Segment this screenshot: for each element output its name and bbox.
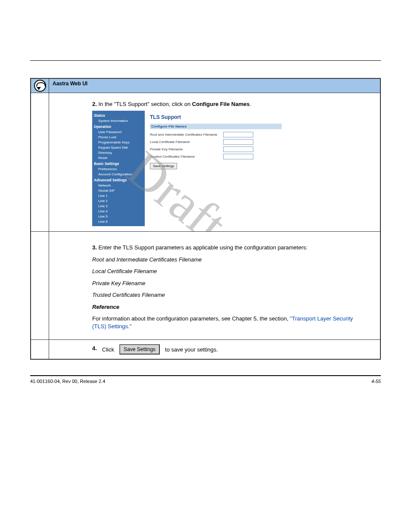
top-rule (30, 60, 381, 61)
step3-text: Enter the TLS Support parameters as appl… (98, 244, 307, 251)
param-local-cert: Local Certificate Filename (92, 268, 157, 274)
step3-number: 3. (92, 244, 97, 251)
nav-line1[interactable]: Line 1 (92, 193, 145, 199)
nav-status[interactable]: Status (92, 112, 145, 118)
input-private-key[interactable] (223, 146, 253, 152)
footer-right: 4-55 (371, 379, 381, 384)
tls-screenshot: Status System Information Operation User… (92, 111, 287, 226)
nav-advanced-settings[interactable]: Advanced Settings (92, 177, 145, 183)
nav-preferences[interactable]: Preferences (92, 167, 145, 172)
step2-tail: . (249, 101, 251, 107)
panel-title: TLS Support (150, 114, 282, 120)
input-root-cert[interactable] (223, 132, 253, 137)
page-footer: 41-001160-04, Rev 00, Release 2.4 4-55 (30, 376, 381, 384)
nav-system-info[interactable]: System Information (92, 118, 145, 124)
save-settings-mini-button[interactable]: Save Settings (150, 163, 177, 169)
nav-global-sip[interactable]: Global SIP (92, 188, 145, 193)
step4-pre: Click (102, 346, 114, 353)
step4-number: 4. (92, 345, 97, 352)
left-gutter (31, 93, 49, 231)
param-root-cert: Root and Intermediate Certificates Filen… (92, 256, 202, 263)
nav-reset[interactable]: Reset (92, 156, 145, 161)
input-local-cert[interactable] (223, 139, 253, 145)
web-ui-icon-cell (31, 79, 49, 93)
label-root-cert: Root and Intermediate Certificates Filen… (150, 133, 223, 137)
step4-cell: 4. Click Save Settings to save your sett… (49, 340, 380, 359)
label-local-cert: Local Certificate Filename (150, 140, 223, 144)
step3-cell: 3. Enter the TLS Support parameters as a… (49, 232, 380, 339)
nav-directory[interactable]: Directory (92, 150, 145, 156)
param-trusted-cert: Trusted Certificates Filename (92, 292, 165, 298)
nav-line3[interactable]: Line 3 (92, 204, 145, 209)
step4-post: to save your settings. (165, 346, 218, 353)
footer-left: 41-001160-04, Rev 00, Release 2.4 (30, 379, 105, 384)
step2-text: In the "TLS Support" section, click on (98, 101, 190, 107)
nav-network[interactable]: Network (92, 183, 145, 188)
reference-text: For information about the configuration … (92, 315, 290, 322)
left-gutter-3 (31, 232, 49, 339)
step2-cell: 2. In the "TLS Support" section, click o… (49, 93, 380, 231)
param-private-key: Private Key Filename (92, 280, 146, 286)
instruction-table: Aastra Web UI 2. In the "TLS Support" se… (30, 78, 381, 360)
nav-sidebar: Status System Information Operation User… (92, 111, 145, 226)
label-trusted-cert: Trusted Certificates Filename (150, 155, 223, 159)
nav-line4[interactable]: Line 4 (92, 209, 145, 214)
save-settings-button[interactable]: Save Settings (119, 344, 160, 355)
nav-user-password[interactable]: User Password (92, 130, 145, 135)
nav-line5[interactable]: Line 5 (92, 214, 145, 219)
nav-account-config[interactable]: Account Configuration (92, 172, 145, 177)
left-gutter-4 (31, 340, 49, 359)
reference-label: Reference (92, 304, 119, 310)
input-trusted-cert[interactable] (223, 154, 253, 159)
nav-basic-settings[interactable]: Basic Settings (92, 161, 145, 167)
step2-number: 2. (92, 101, 97, 107)
section-bar: Configure File Names (150, 124, 282, 129)
nav-programmable-keys[interactable]: Programmable Keys (92, 140, 145, 145)
table-header: Aastra Web UI (49, 79, 380, 93)
label-private-key: Private Key Filename (150, 147, 223, 151)
nav-phone-lock[interactable]: Phone Lock (92, 135, 145, 140)
nav-line6[interactable]: Line 6 (92, 219, 145, 224)
nav-line2[interactable]: Line 2 (92, 199, 145, 204)
nav-operation[interactable]: Operation (92, 124, 145, 130)
nav-keypad-speed-dial[interactable]: Keypad Speed Dial (92, 145, 145, 150)
globe-icon (34, 80, 46, 92)
main-panel: TLS Support Configure File Names Root an… (145, 111, 287, 226)
step2-bold: Configure File Names (192, 101, 250, 107)
